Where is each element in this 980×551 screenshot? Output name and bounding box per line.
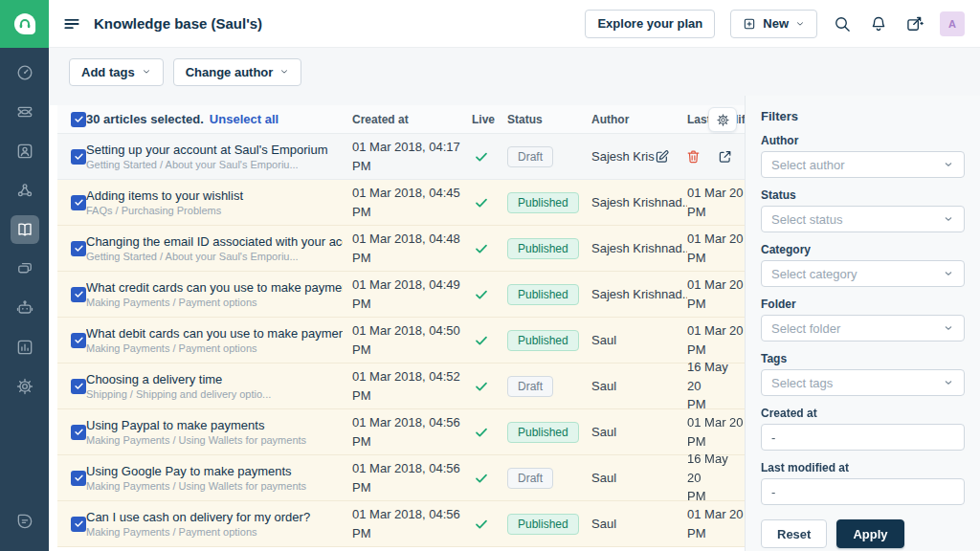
row-checkbox[interactable] [71,379,86,394]
filter-label: Status [761,188,965,202]
status-badge: Published [507,192,579,213]
author-value: Saul [591,425,687,439]
article-title[interactable]: Setting up your account at Saul's Empori… [86,143,343,157]
row-checkbox[interactable] [71,195,86,210]
chevron-down-icon [943,159,954,170]
unselect-all-link[interactable]: Unselect all [210,112,278,126]
last-modified-value: 01 Mar 20 PM [687,276,745,313]
table-row[interactable]: Setting up your account at Saul's Empori… [57,134,745,180]
select-all-checkbox[interactable] [71,112,86,127]
article-list: 30 articles selected. Unselect all Creat… [49,105,745,551]
sidebar-item-knowledge-base[interactable] [11,215,39,244]
apply-button[interactable]: Apply [836,519,903,548]
sidebar-toggle-icon[interactable] [62,14,81,33]
plus-square-icon [743,17,756,31]
filter-input-created-at[interactable]: - [761,424,965,451]
add-tags-button[interactable]: Add tags [69,58,164,86]
last-modified-value: 01 Mar 20 PM [687,230,745,267]
table-row[interactable]: Using Google Pay to make payments Making… [57,455,745,501]
filter-select-category[interactable]: Select category [761,260,965,287]
avatar[interactable]: A [940,11,965,36]
page-title: Knowledge base (Saul's) [94,15,262,32]
live-check-icon [472,379,507,394]
filter-select-status[interactable]: Select status [761,206,965,232]
filter-label: Tags [761,352,965,365]
sidebar-item-settings[interactable] [11,372,39,401]
article-title[interactable]: Choosing a delivery time [86,372,343,386]
open-external-icon[interactable] [717,148,733,165]
change-author-button[interactable]: Change author [173,58,302,86]
chevron-down-icon [279,67,289,77]
live-check-icon [472,471,507,486]
sidebar-item-help[interactable] [11,507,39,536]
article-category-path: FAQs / Purchasing Problems [86,205,343,216]
search-icon[interactable] [833,14,852,33]
article-category-path: Getting Started / About your Saul's Empo… [86,159,343,170]
status-badge: Published [507,514,579,535]
article-title[interactable]: What debit cards can you use to make pay… [86,326,343,341]
filter-label: Folder [761,298,965,311]
table-header: 30 articles selected. Unselect all Creat… [57,105,745,134]
live-check-icon [472,333,507,348]
article-title[interactable]: Can I use cash on delivery for my order? [86,510,343,524]
delete-icon[interactable] [685,148,702,165]
article-title[interactable]: What credit cards can you use to make pa… [86,280,343,295]
filter-select-tags[interactable]: Select tags [761,369,965,396]
table-row[interactable]: Changing the email ID associated with yo… [57,226,745,272]
row-checkbox[interactable] [71,517,86,532]
freshdesk-logo[interactable] [0,0,49,48]
column-settings-gear-icon[interactable] [708,107,737,132]
article-title[interactable]: Adding items to your wishlist [86,188,343,203]
table-row[interactable]: Choosing a delivery time Shipping / Ship… [57,364,745,409]
status-badge: Published [507,238,579,259]
sidebar-item-analytics[interactable] [11,333,39,362]
sidebar-item-forums[interactable] [11,254,39,283]
live-check-icon [472,425,507,440]
row-checkbox[interactable] [71,149,86,165]
edit-icon[interactable] [654,148,670,165]
row-checkbox[interactable] [71,241,86,256]
article-category-path: Making Payments / Payment options [86,526,343,538]
article-title[interactable]: Using Google Pay to make payments [86,464,343,478]
filter-select-folder[interactable]: Select folder [761,315,965,342]
row-checkbox[interactable] [71,287,86,302]
notifications-icon[interactable] [869,14,888,33]
filter-label: Created at [761,407,965,420]
filter-label: Last modified at [761,461,965,474]
article-category-path: Making Payments / Using Wallets for paym… [86,480,343,492]
live-check-icon [472,195,507,210]
article-category-path: Making Payments / Payment options [86,342,343,354]
row-checkbox[interactable] [71,425,86,440]
column-created-at: Created at [352,113,472,126]
table-row[interactable]: Using Paypal to make payments Making Pay… [57,409,745,455]
created-at-value: 01 Mar 2018, 04:52 PM [352,367,472,405]
sidebar-nav [11,48,39,401]
table-row[interactable]: What credit cards can you use to make pa… [57,272,745,318]
sidebar-item-social[interactable] [11,176,39,205]
new-button[interactable]: New [730,10,817,38]
article-title[interactable]: Changing the email ID associated with yo… [86,234,343,249]
whats-new-icon[interactable] [905,14,924,33]
row-checkbox[interactable] [71,333,86,348]
filter-select-author[interactable]: Select author [761,151,965,178]
table-row[interactable]: Can I use cash on delivery for my order?… [57,501,745,547]
sidebar-item-bot[interactable] [11,294,39,322]
filters-title: Filters [761,109,965,123]
author-value: Saul [591,517,687,531]
filter-input-last-modified-at[interactable]: - [761,478,965,505]
status-badge: Draft [507,376,553,397]
sidebar-item-tickets[interactable] [11,98,39,126]
column-live: Live [472,113,507,126]
row-checkbox[interactable] [71,471,86,486]
explore-plan-button[interactable]: Explore your plan [585,10,715,38]
chevron-down-icon [943,268,954,279]
sidebar-item-contacts[interactable] [11,137,39,165]
filters-panel: Filters Author Select author Status Sele… [745,96,980,551]
table-row[interactable]: What debit cards can you use to make pay… [57,318,745,364]
table-row[interactable]: Adding items to your wishlist FAQs / Pur… [57,180,745,226]
filter-label: Category [761,243,965,256]
article-title[interactable]: Using Paypal to make payments [86,418,343,432]
reset-button[interactable]: Reset [761,519,827,548]
sidebar-item-dashboard[interactable] [11,58,39,87]
created-at-value: 01 Mar 2018, 04:56 PM [352,505,472,542]
